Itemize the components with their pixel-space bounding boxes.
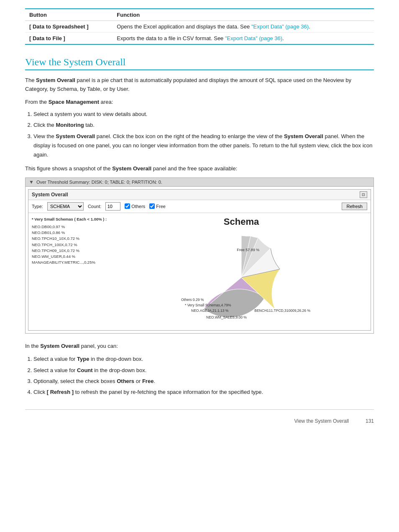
- system-overall-panel: ▼ Over Threshold Summary: DISK: 0; TABLE…: [25, 177, 374, 334]
- chart-area: * Very Small Schemas ( Each < 1.00% ) : …: [28, 213, 371, 330]
- snapshot-text: This figure shows a snapshot of the Syst…: [25, 164, 374, 173]
- panel-threshold-bar: ▼ Over Threshold Summary: DISK: 0; TABLE…: [26, 178, 373, 187]
- system-overall-title: System Overall: [32, 192, 68, 198]
- page-footer: View the System Overall 131: [25, 409, 374, 424]
- pie-label-bench: BENCH111.TPCD,310009,26.26 %: [254, 308, 310, 313]
- legend-item: NEO.TPCH_100X,0.72 %: [32, 242, 115, 248]
- legend-title: * Very Small Schemas ( Each < 1.00% ) :: [32, 216, 115, 222]
- pie-label-small: * Very Small Schemas,4.79%: [185, 303, 231, 307]
- section-heading: View the System Overall: [25, 57, 374, 70]
- pie-chart-container: Schema: [115, 216, 367, 327]
- steps-list: Select a system you want to view details…: [33, 110, 374, 159]
- panel-controls: Type: SCHEMA CATEGORY TABLE USER Count: …: [28, 200, 371, 213]
- count-label: Count:: [88, 204, 101, 209]
- intro-paragraph: The System Overall panel is a pie chart …: [25, 76, 374, 94]
- type-label: Type:: [32, 204, 43, 209]
- button-label-spreadsheet: [ Data to Spreadsheet ]: [25, 21, 113, 33]
- type-select[interactable]: SCHEMA CATEGORY TABLE USER: [47, 202, 84, 211]
- legend-item: NEO.TPCH10_10X,0.72 %: [32, 236, 115, 242]
- pie-label-ageja: NEO.AGEJA,21.1.13 %: [191, 308, 228, 313]
- can-item-2: Select a value for Count in the drop-dow…: [33, 366, 374, 375]
- space-management-bold: Space Management: [49, 99, 99, 105]
- step-2: Click the Monitoring tab.: [33, 121, 374, 130]
- pie-label-sales: NEO.WM_SALES,9.00 %: [206, 315, 247, 319]
- threshold-text: Over Threshold Summary: DISK: 0; TABLE: …: [36, 180, 162, 185]
- from-label: From the Space Management area:: [25, 98, 374, 107]
- table-row: [ Data to File ] Exports the data to a f…: [25, 33, 374, 45]
- table-row: [ Data to Spreadsheet ] Opens the Excel …: [25, 21, 374, 33]
- can-item-3: Optionally, select the check boxes Other…: [33, 377, 374, 386]
- refresh-button[interactable]: Refresh: [342, 203, 367, 210]
- footer-page-number: 131: [366, 418, 374, 424]
- others-checkbox[interactable]: [125, 203, 130, 209]
- expand-button[interactable]: ⊡: [360, 191, 367, 198]
- in-panel-text: In the System Overall panel, you can:: [25, 342, 374, 351]
- can-item-4: Click [ Refresh ] to refresh the panel b…: [33, 388, 374, 397]
- legend-item: NEO.DB01,0.86 %: [32, 230, 115, 236]
- function-desc-spreadsheet: Opens the Excel application and displays…: [113, 21, 374, 33]
- col-button-header: Button: [25, 9, 113, 21]
- step-1: Select a system you want to view details…: [33, 110, 374, 119]
- pie-label-free: Free 57.89 %: [237, 248, 259, 252]
- export-data-link-2[interactable]: "Export Data" (page 36): [225, 35, 282, 41]
- system-overall-bold-3: System Overall: [40, 343, 79, 349]
- system-overall-bold-1: System Overall: [36, 77, 75, 83]
- step-3: View the System Overall panel. Click the…: [33, 132, 374, 159]
- panel-inner: System Overall ⊡ Type: SCHEMA CATEGORY T…: [28, 189, 371, 331]
- can-item-1: Select a value for Type in the drop-down…: [33, 355, 374, 364]
- footer-title: View the System Overall: [294, 418, 349, 424]
- pie-chart: Free 57.89 % Others 0.29 % * Very Small …: [179, 231, 304, 324]
- free-checkbox-label: Free: [149, 203, 166, 209]
- others-checkbox-label: Others: [125, 203, 145, 209]
- legend-item: NEO.DB00,0.97 %: [32, 224, 115, 230]
- legend-item: NEO.WM_USER,0.44 %: [32, 254, 115, 260]
- export-data-link-1[interactable]: "Export Data" (page 36): [251, 23, 309, 30]
- col-function-header: Function: [113, 9, 374, 21]
- system-overall-bold-2: System Overall: [112, 165, 151, 172]
- chart-legend: * Very Small Schemas ( Each < 1.00% ) : …: [32, 216, 115, 327]
- count-input[interactable]: [105, 202, 120, 211]
- free-checkbox[interactable]: [149, 203, 155, 209]
- button-label-file: [ Data to File ]: [25, 33, 113, 45]
- function-table: Button Function [ Data to Spreadsheet ] …: [25, 8, 374, 45]
- legend-item: MANAGEABILITY.METRIC...,0.25%: [32, 260, 115, 265]
- arrow-icon: ▼: [29, 179, 34, 185]
- chart-title: Schema: [224, 216, 259, 227]
- pie-label-others: Others 0.29 %: [181, 298, 204, 302]
- can-list: Select a value for Type in the drop-down…: [33, 355, 374, 396]
- legend-item: NEO.TPCH09_10X,0.72 %: [32, 248, 115, 254]
- function-desc-file: Exports the data to a file in CSV format…: [113, 33, 374, 45]
- panel-inner-header: System Overall ⊡: [28, 190, 371, 200]
